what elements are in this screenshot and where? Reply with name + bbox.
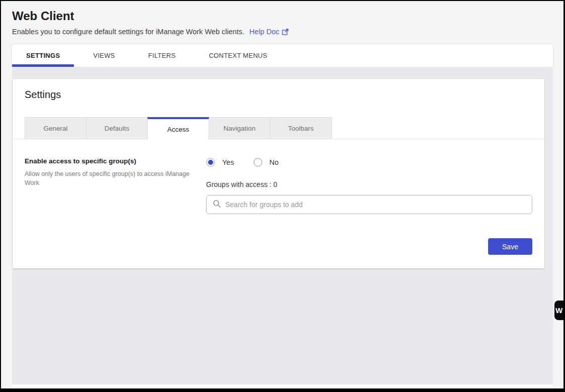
card-title: Settings [25,89,532,101]
radio-yes[interactable] [206,158,215,167]
footer-strip [12,384,553,388]
group-search-input[interactable] [225,201,526,209]
radio-yes-label: Yes [222,158,234,166]
subtab-general[interactable]: General [25,117,86,139]
main-panel: SETTINGS VIEWS FILTERS CONTEXT MENUS Set… [12,44,553,384]
page-title: Web Client [12,9,74,23]
groups-with-access-count: Groups with access : 0 [206,180,532,188]
window-frame: Web Client Enables you to configure defa… [0,0,565,392]
page-subtitle: Enables you to configure default setting… [12,28,289,36]
subtab-defaults[interactable]: Defaults [86,117,148,139]
subtab-toolbars[interactable]: Toolbars [270,117,332,139]
walkme-widget-label: W [555,306,562,315]
external-link-icon [282,29,289,35]
radio-no[interactable] [253,158,262,167]
setting-description: Allow only the users of specific group(s… [25,169,196,187]
access-radio-group: Yes No [206,157,532,167]
tab-content-area: Settings General Defaults Access Navigat… [12,67,553,384]
page-subtitle-text: Enables you to configure default setting… [12,28,244,36]
tab-settings[interactable]: SETTINGS [12,44,74,67]
walkme-widget-tab[interactable]: W [554,301,563,320]
top-tab-bar: SETTINGS VIEWS FILTERS CONTEXT MENUS [12,44,553,67]
tab-views[interactable]: VIEWS [79,44,129,67]
group-search-box[interactable] [206,195,532,214]
search-icon [213,200,221,210]
subtab-navigation[interactable]: Navigation [209,117,270,139]
help-doc-link[interactable]: Help Doc [249,28,289,36]
settings-subtab-bar: General Defaults Access Navigation Toolb… [25,117,532,139]
setting-control-column: Yes No Groups with access : 0 [206,157,532,255]
web-client-admin-page: Web Client Enables you to configure defa… [1,1,563,388]
tab-context-menus[interactable]: CONTEXT MENUS [195,44,281,67]
setting-label: Enable access to specific group(s) [25,157,191,165]
help-doc-link-label: Help Doc [249,28,279,36]
save-button-row: Save [206,238,532,255]
settings-card: Settings General Defaults Access Navigat… [13,79,544,268]
radio-no-label: No [269,158,279,166]
setting-label-column: Enable access to specific group(s) Allow… [25,157,191,255]
access-settings-row: Enable access to specific group(s) Allow… [25,157,532,255]
tab-filters[interactable]: FILTERS [134,44,190,67]
save-button[interactable]: Save [488,238,532,255]
subtab-access[interactable]: Access [147,117,209,140]
